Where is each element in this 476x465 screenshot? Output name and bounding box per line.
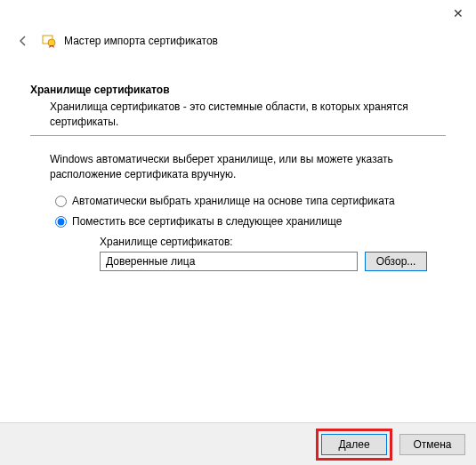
browse-button[interactable]: Обзор... (365, 252, 427, 271)
store-field-label: Хранилище сертификатов: (100, 236, 446, 248)
next-button-highlight: Далее (316, 429, 392, 461)
radio-auto-label: Автоматически выбрать хранилище на основ… (72, 195, 395, 207)
divider (30, 135, 446, 136)
svg-point-1 (48, 39, 55, 46)
store-input[interactable] (100, 252, 358, 271)
store-radio-group: Автоматически выбрать хранилище на основ… (55, 195, 446, 271)
titlebar: ✕ (0, 0, 476, 27)
radio-manual-select[interactable]: Поместить все сертификаты в следующее хр… (55, 215, 446, 228)
store-row: Обзор... (100, 252, 446, 271)
content-area: Хранилище сертификатов Хранилища сертифи… (0, 57, 476, 271)
intro-text: Windows автоматически выберет хранилище,… (50, 152, 446, 183)
certificate-wizard-icon (41, 33, 57, 49)
next-button[interactable]: Далее (321, 434, 387, 455)
radio-manual-input[interactable] (55, 216, 67, 228)
wizard-title: Мастер импорта сертификатов (64, 35, 218, 47)
footer-bar: Далее Отмена (0, 422, 476, 465)
radio-auto-select[interactable]: Автоматически выбрать хранилище на основ… (55, 195, 446, 207)
close-icon[interactable]: ✕ (453, 6, 464, 20)
radio-manual-label: Поместить все сертификаты в следующее хр… (72, 215, 342, 228)
store-block: Хранилище сертификатов: Обзор... (100, 236, 446, 271)
section-heading: Хранилище сертификатов (30, 84, 446, 96)
wizard-header: Мастер импорта сертификатов (0, 27, 476, 57)
cancel-button[interactable]: Отмена (399, 434, 465, 455)
back-arrow-icon[interactable] (14, 32, 32, 50)
section-description: Хранилища сертификатов - это системные о… (50, 100, 446, 130)
radio-auto-input[interactable] (55, 196, 67, 207)
